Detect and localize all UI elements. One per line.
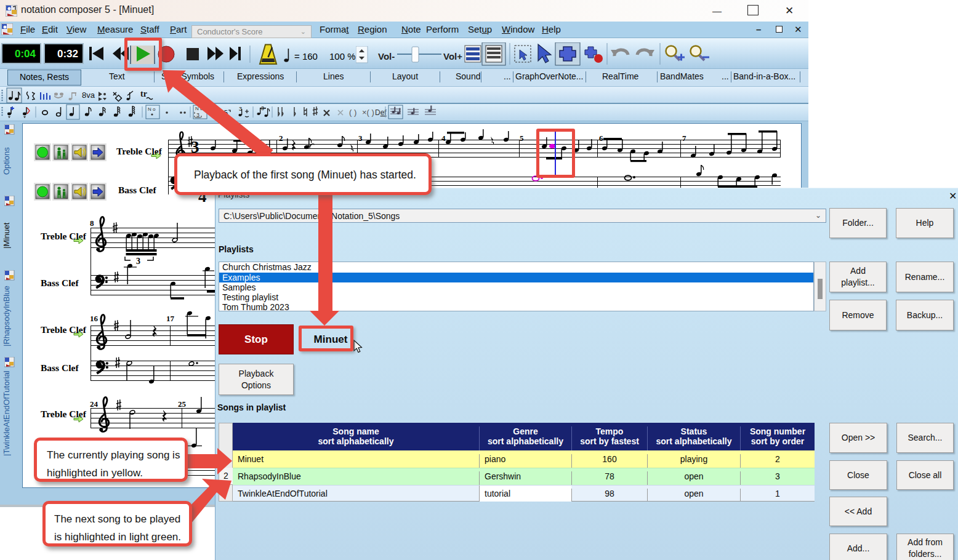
- svg-text:8: 8: [90, 218, 94, 228]
- svg-text:17: 17: [166, 314, 175, 323]
- svg-text:Bass Clef: Bass Clef: [41, 362, 79, 373]
- svg-text:N o: N o: [195, 106, 203, 111]
- svg-text:( ): ( ): [349, 108, 356, 117]
- svg-text:3: 3: [136, 257, 140, 266]
- svg-text:2: 2: [279, 134, 283, 143]
- svg-text:5: 5: [224, 109, 228, 116]
- svg-text:5: 5: [520, 134, 524, 143]
- svg-text:tr: tr: [140, 89, 147, 98]
- svg-text:Bass Clef: Bass Clef: [118, 185, 156, 195]
- svg-text:7: 7: [682, 134, 686, 143]
- svg-text:4: 4: [441, 134, 446, 143]
- svg-text:Def: Def: [375, 108, 387, 117]
- svg-text:3: 3: [209, 109, 213, 116]
- svg-text:8va: 8va: [82, 90, 95, 100]
- svg-text:6: 6: [599, 134, 603, 143]
- svg-text:24: 24: [90, 399, 99, 409]
- svg-text:16: 16: [90, 314, 99, 323]
- svg-text:25: 25: [178, 399, 187, 409]
- svg-text:N o: N o: [148, 106, 156, 112]
- svg-text:×( ): ×( ): [362, 108, 374, 117]
- svg-text:Bass Clef: Bass Clef: [41, 278, 79, 288]
- svg-text:3: 3: [358, 134, 363, 143]
